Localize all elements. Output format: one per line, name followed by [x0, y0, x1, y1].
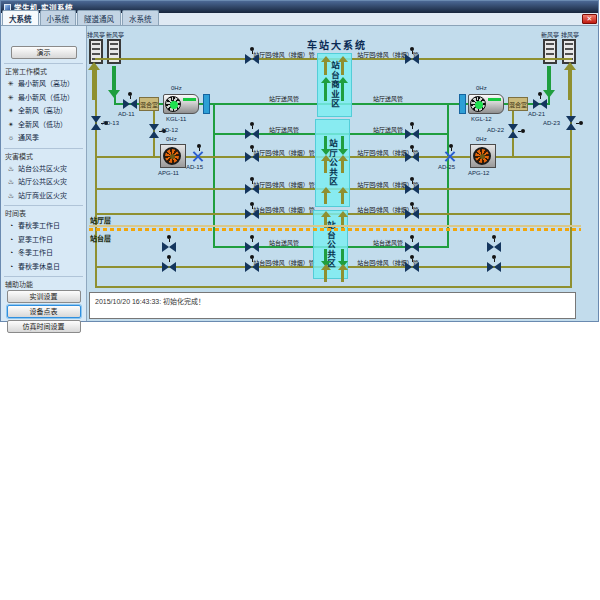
- simulation-time-button[interactable]: 仿真时间设置: [7, 320, 81, 333]
- damper-icon[interactable]: [405, 184, 419, 194]
- group-disaster-modes: 灾害模式: [4, 148, 83, 162]
- flow-arrow-up: [324, 62, 327, 75]
- damper-motor-icon: [250, 177, 254, 181]
- tab-bar: 大系统 小系统 隧道通风 水系统 ✕: [1, 13, 598, 26]
- return-fan-right[interactable]: [470, 144, 496, 168]
- return-fan-left[interactable]: [160, 144, 186, 168]
- floor-label-hall: 站厅层: [90, 215, 111, 225]
- sidebar-item-hall-public-fire[interactable]: ♨ 站厅公共区火灾: [4, 175, 83, 189]
- damper-icon-recirc-left[interactable]: [149, 124, 159, 138]
- damper-motor-icon: [128, 92, 132, 96]
- damper-icon-main-left[interactable]: [123, 99, 137, 109]
- screenshot-stage: 学生机-实训系统 大系统 小系统 隧道通风 水系统 ✕ 演示 正常工作模式 ✳ …: [0, 0, 600, 600]
- fan-impeller-icon: [473, 147, 491, 165]
- flow-arrow-up: [341, 161, 344, 173]
- ahu-right-frequency: 0Hz: [476, 85, 487, 91]
- duct-label: 站厅回/排风（排烟）管: [253, 148, 315, 157]
- flow-arrow-down: [341, 249, 344, 261]
- sidebar-item-ventilation-season[interactable]: ☼ 通风季: [4, 131, 83, 145]
- damper-icon[interactable]: [405, 129, 419, 139]
- flow-arrow-down: [324, 249, 327, 261]
- damper-motor-icon: [449, 144, 453, 148]
- fan-mode-icon: ✳: [7, 91, 15, 105]
- training-settings-button[interactable]: 实训设置: [7, 290, 81, 303]
- demo-button[interactable]: 演示: [11, 46, 77, 59]
- damper-icon[interactable]: [245, 54, 259, 64]
- damper-icon[interactable]: [245, 242, 259, 252]
- damper-icon[interactable]: [245, 184, 259, 194]
- group-schedule: 时间表: [4, 205, 83, 219]
- damper-icon[interactable]: [245, 262, 259, 272]
- exhaust-tower-left-icon: [89, 39, 103, 64]
- sidebar-item-hall-commercial-fire[interactable]: ♨ 站厅商业区火灾: [4, 189, 83, 203]
- tab-water-system[interactable]: 水系统: [122, 10, 159, 25]
- sidebar-item-summer-workday[interactable]: ◔ 夏季工作日: [4, 233, 83, 247]
- damper-icon[interactable]: [162, 262, 176, 272]
- fan-mode-icon: ✳: [7, 77, 15, 91]
- damper-icon-main-right[interactable]: [533, 99, 547, 109]
- flow-arrow-up: [324, 193, 327, 204]
- damper-icon[interactable]: [245, 209, 259, 219]
- sidebar-item-full-fresh-low[interactable]: ✴ 全新风（低功）: [4, 118, 83, 132]
- damper-motor-icon: [492, 235, 496, 239]
- tab-big-system[interactable]: 大系统: [2, 10, 39, 25]
- clock-icon: ◔: [7, 219, 15, 233]
- damper-icon[interactable]: [405, 152, 419, 162]
- damper-icon[interactable]: [405, 242, 419, 252]
- damper-icon-riser-left[interactable]: [91, 116, 101, 130]
- fan-mode-icon: ✴: [7, 118, 15, 132]
- damper-code: AD-23: [543, 120, 560, 126]
- damper-icon[interactable]: [405, 54, 419, 64]
- duct-label: 站厅回/排风（排烟）管: [253, 50, 315, 59]
- damper-icon[interactable]: [245, 152, 259, 162]
- ahu-left[interactable]: [163, 94, 199, 114]
- tab-small-system[interactable]: 小系统: [40, 10, 77, 25]
- sidebar-item-springfall-workday[interactable]: ◔ 春秋季工作日: [4, 219, 83, 233]
- group-normal-modes: 正常工作模式: [4, 63, 83, 77]
- close-icon[interactable]: ✕: [582, 14, 597, 24]
- duct-label: 站厅送风管: [253, 125, 315, 134]
- damper-icon[interactable]: [487, 242, 501, 252]
- app-window: 学生机-实训系统 大系统 小系统 隧道通风 水系统 ✕ 演示 正常工作模式 ✳ …: [0, 0, 599, 322]
- damper-icon[interactable]: [162, 242, 176, 252]
- flow-arrow-up: [324, 83, 327, 101]
- damper-motor-icon: [410, 145, 414, 149]
- damper-icon-return-left[interactable]: [192, 151, 203, 162]
- flow-arrow-down: [324, 136, 327, 149]
- device-point-table-button[interactable]: 设备点表: [7, 305, 81, 318]
- return-fan-right-frequency: 0Hz: [476, 136, 487, 142]
- fan-impeller-icon: [470, 96, 486, 112]
- sidebar-item-winter-workday[interactable]: ◔ 冬季工作日: [4, 246, 83, 260]
- return-fan-left-frequency: 0Hz: [166, 136, 177, 142]
- clock-icon: ◔: [7, 233, 15, 247]
- ahu-left-frequency: 0Hz: [171, 85, 182, 91]
- damper-icon[interactable]: [405, 262, 419, 272]
- damper-motor-icon: [538, 92, 542, 96]
- return-trunk-bottom: [95, 286, 572, 288]
- damper-icon[interactable]: [487, 262, 501, 272]
- sidebar-item-min-fresh-low[interactable]: ✳ 最小新风（低功）: [4, 91, 83, 105]
- damper-motor-icon: [410, 47, 414, 51]
- damper-icon[interactable]: [405, 209, 419, 219]
- damper-icon-return-right[interactable]: [444, 151, 455, 162]
- diagram-canvas: 车站大系统 排风亭 新风亭 新风亭 排风亭: [87, 26, 598, 321]
- duct-label: 站台回/排风（排烟）管: [253, 205, 315, 214]
- floor-line-hall: [89, 225, 581, 227]
- fresh-drop-left: [114, 66, 116, 104]
- sidebar-item-full-fresh-high[interactable]: ✴ 全新风（高功）: [4, 104, 83, 118]
- damper-icon-riser-right[interactable]: [566, 116, 576, 130]
- sidebar-item-min-fresh-high[interactable]: ✳ 最小新风（高功）: [4, 77, 83, 91]
- tab-tunnel-ventilation[interactable]: 隧道通风: [77, 10, 121, 25]
- ahu-right[interactable]: [468, 94, 504, 114]
- sidebar-item-platform-public-fire[interactable]: ♨ 站台公共区火灾: [4, 162, 83, 176]
- damper-icon[interactable]: [245, 129, 259, 139]
- sidebar-item-springfall-restday[interactable]: ◔ 春秋季休息日: [4, 260, 83, 274]
- damper-code: AD-12: [161, 127, 178, 133]
- sidebar: 演示 正常工作模式 ✳ 最小新风（高功） ✳ 最小新风（低功） ✴ 全新风（高功…: [1, 26, 87, 321]
- fan-mode-icon: ✴: [7, 104, 15, 118]
- silencer-right-icon: [459, 94, 466, 114]
- damper-icon-recirc-right[interactable]: [508, 124, 518, 138]
- run-bar-indicator: [488, 98, 501, 101]
- damper-motor-icon: [250, 145, 254, 149]
- damper-motor-icon: [410, 177, 414, 181]
